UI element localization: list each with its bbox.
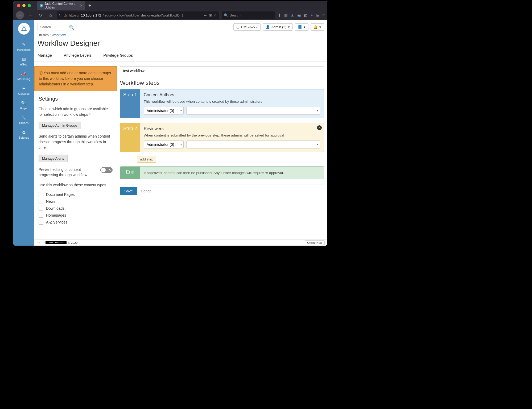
prevent-editing-toggle[interactable]: ✕ xyxy=(100,167,113,173)
browser-tabbar: ▲ Jadu Control Center : Utilities ✕ + xyxy=(13,1,327,10)
breadcrumb-link[interactable]: Workflow xyxy=(52,33,66,37)
tab-title: Jadu Control Center : Utilities xyxy=(44,2,78,9)
footer-copyright: © 2020 xyxy=(68,241,78,244)
close-window-icon[interactable] xyxy=(17,4,20,7)
checkbox-downloads[interactable] xyxy=(39,206,43,211)
step-end-desc: If approved, content can then be publish… xyxy=(144,171,320,175)
sidebar-item-utilities[interactable]: 🔧Utilities xyxy=(19,115,28,125)
step-1-group-select[interactable]: Administrator (0)▾ xyxy=(144,107,184,115)
person-icon: 👤 xyxy=(266,25,270,29)
wrench-icon: 🔧 xyxy=(19,115,28,120)
content-types-label: Use this workflow on these content types xyxy=(34,180,117,190)
bookmark-icon: ▢ xyxy=(236,25,240,29)
step-2-desc: When content is submitted by the previou… xyxy=(144,133,320,137)
network-icon: ✦ xyxy=(18,86,30,91)
step-2-admin-select[interactable]: ▾ xyxy=(186,141,320,148)
url-path: /jadu/workflow/workflow_designer.php?wor… xyxy=(103,13,184,17)
chevron-down-icon: ▾ xyxy=(180,143,182,146)
step-1-desc: This workflow will be used when content … xyxy=(144,100,320,104)
tab-privilege-groups[interactable]: Privilege Groups xyxy=(103,50,133,61)
close-tab-icon[interactable]: ✕ xyxy=(80,4,83,7)
url-more-icon[interactable]: ⋯ xyxy=(204,13,207,17)
gear-icon: ✿ xyxy=(19,130,29,135)
chevron-down-icon: ▾ xyxy=(288,25,290,29)
extension-icon[interactable]: ▲ xyxy=(290,13,295,18)
save-button[interactable]: Save xyxy=(120,187,137,195)
remove-step-button[interactable]: ✕ xyxy=(317,125,322,130)
reload-button[interactable]: ⟳ xyxy=(37,11,44,19)
sidebar-item-galaxies[interactable]: ✦Galaxies xyxy=(18,86,30,95)
checkbox-news[interactable] xyxy=(39,199,43,204)
admin-menu-button[interactable]: 👤Admin (2)▾ xyxy=(263,23,293,31)
cms-badge-button[interactable]: ▢CMS-6272 xyxy=(233,23,261,31)
list-item: Document Pages xyxy=(46,192,75,197)
sidebar-item-marketing[interactable]: 📣Marketing xyxy=(17,71,30,81)
page-title: Workflow Designer xyxy=(34,37,327,50)
add-step-button[interactable]: add step xyxy=(137,156,156,163)
chevron-down-icon: ▾ xyxy=(180,109,182,112)
bookmark-icon[interactable]: ☆ xyxy=(214,13,217,17)
footer: JADU CONTINUUM © 2020 Online Now xyxy=(34,239,327,246)
footer-product: CONTINUUM xyxy=(46,241,67,244)
chevron-down-icon: ▾ xyxy=(304,25,306,29)
address-bar[interactable]: 🛡 ⚠ https://10.105.2.172/jadu/workflow/w… xyxy=(57,11,219,19)
notifications-button[interactable]: 🔔▾ xyxy=(311,23,324,31)
new-tab-button[interactable]: + xyxy=(85,3,94,9)
step-1-admin-select[interactable]: ▾ xyxy=(186,107,320,115)
library-icon[interactable]: ▥ xyxy=(284,13,288,18)
checkbox-document-pages[interactable] xyxy=(39,192,43,197)
book-menu-button[interactable]: 📘▾ xyxy=(295,23,308,31)
step-end: End If approved, content can then be pub… xyxy=(120,166,324,179)
extension3-icon[interactable]: ✦ xyxy=(310,13,314,18)
manage-alerts-button[interactable]: Manage Alerts xyxy=(39,155,68,162)
tab-privilege-levels[interactable]: Privilege Levels xyxy=(64,50,92,61)
prevent-editing-label: Prevent editing of content progressing t… xyxy=(39,167,98,177)
list-item: A-Z Services xyxy=(46,220,67,224)
hamburger-icon[interactable]: ≡ xyxy=(322,13,325,18)
cancel-link[interactable]: Cancel xyxy=(141,189,152,193)
toggle-knob-icon xyxy=(101,168,106,172)
step-2: Step 2 ✕ Reviewers When content is submi… xyxy=(120,123,324,152)
app-logo[interactable] xyxy=(18,23,30,35)
toggle-off-icon: ✕ xyxy=(108,168,111,172)
book-icon: 📘 xyxy=(298,25,302,29)
workflow-name-input[interactable] xyxy=(120,66,324,75)
minimize-window-icon[interactable] xyxy=(22,4,26,7)
checkbox-az-services[interactable] xyxy=(39,220,43,225)
settings-groups-help: Choose which admin groups are available … xyxy=(34,104,117,119)
bell-icon: 🔔 xyxy=(314,25,318,29)
app-sidebar: ✎Publishing ▤eGov 📣Marketing ✦Galaxies 🔍… xyxy=(13,20,34,246)
info-icon: ⓘ xyxy=(39,71,43,75)
lock-warning-icon: ⚠ xyxy=(64,13,67,17)
shield-icon: 🛡 xyxy=(59,13,63,17)
reader-icon[interactable]: ▣ xyxy=(209,13,212,17)
sidebar-item-egov[interactable]: ▤eGov xyxy=(20,57,27,66)
chevron-down-icon: ▾ xyxy=(317,143,318,146)
back-button[interactable]: ← xyxy=(16,11,24,19)
step-1: Step 1 Content Authors This workflow wil… xyxy=(120,89,324,118)
checkbox-homepages[interactable] xyxy=(39,213,43,218)
chevron-down-icon: ▾ xyxy=(317,109,318,112)
url-prefix: https:// xyxy=(69,13,79,17)
step-2-label: Step 2 xyxy=(120,123,140,152)
browser-tab[interactable]: ▲ Jadu Control Center : Utilities ✕ xyxy=(37,1,85,10)
zoom-window-icon[interactable] xyxy=(28,4,31,7)
list-item: News xyxy=(46,199,55,204)
tab-manage[interactable]: Manage xyxy=(38,50,52,61)
extension2-icon[interactable]: ◐ xyxy=(304,13,307,18)
search-icon[interactable]: 🔍 xyxy=(69,25,74,30)
chevron-down-icon: ▾ xyxy=(319,25,321,29)
manage-admin-groups-button[interactable]: Manage Admin Groups xyxy=(39,122,81,129)
home-button[interactable]: ⌂ xyxy=(47,11,54,19)
browser-search[interactable]: 🔍 Search xyxy=(222,11,275,19)
search-icon: 🔍 xyxy=(224,13,228,17)
sidebar-item-settings[interactable]: ✿Settings xyxy=(19,130,29,139)
sidebar-item-publishing[interactable]: ✎Publishing xyxy=(17,42,31,51)
step-2-group-select[interactable]: Administrator (0)▾ xyxy=(144,141,184,148)
step-end-label: End xyxy=(120,167,140,179)
online-now-button[interactable]: Online Now xyxy=(305,240,325,245)
account-icon[interactable]: ◉ xyxy=(297,13,301,18)
sidebar-item-rupa[interactable]: 🔍Rupa xyxy=(20,101,27,110)
overflow-icon[interactable]: ⊞ xyxy=(316,13,320,18)
download-icon[interactable]: ⬇ xyxy=(278,13,281,18)
